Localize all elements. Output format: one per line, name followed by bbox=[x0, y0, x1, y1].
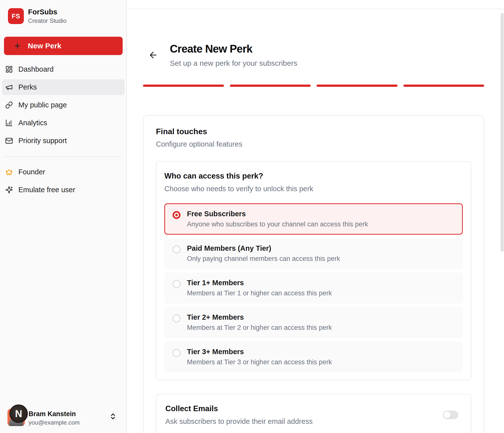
option-label: Tier 2+ Members bbox=[187, 313, 332, 321]
radio-paid-members[interactable] bbox=[173, 246, 180, 253]
progress-segment bbox=[403, 85, 484, 87]
access-card: Who can access this perk? Choose who nee… bbox=[156, 161, 471, 380]
access-option-tier2[interactable]: Tier 2+ Members Members at Tier 2 or hig… bbox=[164, 307, 463, 338]
avatar-badge-letter: N bbox=[15, 408, 22, 419]
option-description: Members at Tier 3 or higher can access t… bbox=[187, 358, 332, 366]
page-subtitle: Set up a new perk for your subscribers bbox=[170, 59, 297, 67]
sidebar-item-perks[interactable]: Perks bbox=[2, 79, 125, 95]
plus-icon bbox=[13, 42, 21, 50]
final-touches-card: Final touches Configure optional feature… bbox=[143, 115, 484, 433]
radio-tier1[interactable] bbox=[173, 280, 180, 288]
section-title: Final touches bbox=[156, 127, 471, 136]
scrollbar-thumb[interactable] bbox=[501, 13, 504, 252]
link-icon bbox=[5, 101, 13, 109]
sidebar-item-label: Dashboard bbox=[18, 65, 54, 73]
access-option-tier3[interactable]: Tier 3+ Members Members at Tier 3 or hig… bbox=[164, 341, 463, 372]
sparkles-icon bbox=[5, 186, 13, 194]
option-description: Only paying channel members can access t… bbox=[187, 255, 340, 263]
brand-name: ForSubs bbox=[28, 8, 67, 16]
sidebar-item-founder[interactable]: Founder bbox=[2, 164, 125, 180]
radio-free-subscribers[interactable] bbox=[173, 211, 180, 219]
option-label: Paid Members (Any Tier) bbox=[187, 244, 340, 252]
sidebar-item-label: Analytics bbox=[18, 119, 47, 127]
radio-tier3[interactable] bbox=[173, 349, 180, 357]
sidebar-item-label: Priority support bbox=[18, 137, 67, 145]
brand: FS ForSubs Creator Studio bbox=[0, 0, 126, 24]
user-menu-button[interactable]: N Bram Kanstein you@example.com bbox=[0, 403, 127, 433]
sidebar-item-priority-support[interactable]: Priority support bbox=[2, 133, 125, 149]
option-label: Tier 1+ Members bbox=[187, 279, 332, 287]
collect-emails-title: Collect Emails bbox=[165, 404, 313, 413]
collect-emails-subtitle: Ask subscribers to provide their email a… bbox=[165, 417, 313, 426]
chevrons-up-down-icon bbox=[109, 413, 117, 420]
sidebar-item-analytics[interactable]: Analytics bbox=[2, 115, 125, 131]
avatar-badge: N bbox=[9, 404, 28, 423]
progress-segment bbox=[230, 85, 311, 87]
progress-segment bbox=[317, 85, 397, 87]
crown-icon bbox=[5, 168, 13, 176]
page: FS ForSubs Creator Studio New Perk Dashb… bbox=[0, 0, 504, 433]
option-label: Tier 3+ Members bbox=[187, 348, 332, 356]
sidebar-item-label: Perks bbox=[18, 83, 37, 91]
access-option-paid-members[interactable]: Paid Members (Any Tier) Only paying chan… bbox=[164, 238, 463, 269]
page-title: Create New Perk bbox=[170, 43, 252, 55]
sidebar: FS ForSubs Creator Studio New Perk Dashb… bbox=[0, 0, 127, 433]
progress-bar bbox=[143, 85, 484, 87]
access-option-free-subscribers[interactable]: Free Subscribers Anyone who subscribes t… bbox=[164, 203, 463, 235]
toggle-knob bbox=[444, 411, 451, 418]
user-name: Bram Kanstein bbox=[29, 410, 76, 418]
section-subtitle: Configure optional features bbox=[156, 140, 471, 148]
brand-logo-text: FS bbox=[12, 12, 20, 20]
sidebar-divider bbox=[4, 156, 123, 157]
access-card-subtitle: Choose who needs to verify to unlock thi… bbox=[164, 185, 463, 193]
access-card-title: Who can access this perk? bbox=[164, 172, 463, 181]
radio-tier2[interactable] bbox=[173, 314, 180, 322]
sidebar-item-my-public-page[interactable]: My public page bbox=[2, 97, 125, 113]
access-option-tier1[interactable]: Tier 1+ Members Members at Tier 1 or hig… bbox=[164, 272, 463, 304]
sidebar-item-label: Founder bbox=[18, 168, 45, 176]
sidebar-nav: Dashboard Perks My public page Analytics bbox=[2, 62, 125, 151]
option-description: Anyone who subscribes to your channel ca… bbox=[187, 220, 368, 228]
sidebar-item-emulate-free-user[interactable]: Emulate free user bbox=[2, 182, 125, 198]
brand-subtitle: Creator Studio bbox=[28, 17, 67, 24]
option-description: Members at Tier 1 or higher can access t… bbox=[187, 289, 332, 297]
option-label: Free Subscribers bbox=[187, 210, 368, 218]
dashboard-icon bbox=[5, 65, 13, 73]
new-perk-button[interactable]: New Perk bbox=[4, 37, 123, 55]
user-email: you@example.com bbox=[29, 419, 80, 426]
progress-segment bbox=[143, 85, 224, 87]
sidebar-item-dashboard[interactable]: Dashboard bbox=[2, 62, 125, 77]
access-options: Free Subscribers Anyone who subscribes t… bbox=[164, 203, 463, 372]
sidebar-item-label: Emulate free user bbox=[18, 186, 75, 194]
collect-emails-card: Collect Emails Ask subscribers to provid… bbox=[156, 394, 471, 433]
megaphone-icon bbox=[5, 83, 13, 91]
mail-icon bbox=[5, 137, 13, 145]
collect-emails-toggle[interactable] bbox=[443, 411, 458, 419]
brand-logo: FS bbox=[8, 8, 24, 24]
back-button[interactable] bbox=[148, 50, 158, 60]
top-divider bbox=[127, 9, 504, 9]
new-perk-button-label: New Perk bbox=[28, 42, 61, 50]
sidebar-secondary-nav: Founder Emulate free user bbox=[2, 164, 125, 200]
bar-chart-icon bbox=[5, 119, 13, 127]
sidebar-item-label: My public page bbox=[18, 101, 67, 109]
option-description: Members at Tier 2 or higher can access t… bbox=[187, 324, 332, 332]
